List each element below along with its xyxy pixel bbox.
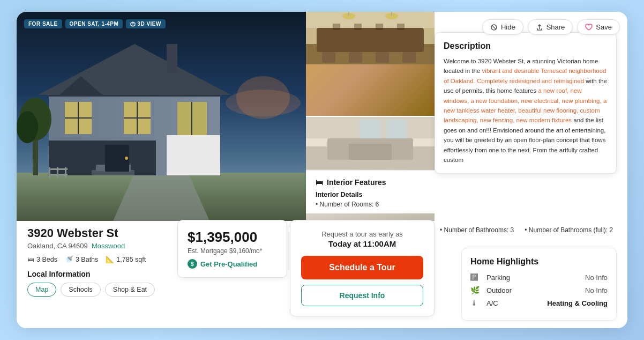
top-actions: Hide Share Save: [482, 19, 620, 35]
sqft-stat: 📐 1,785 sqft: [106, 255, 146, 263]
tour-card: Request a tour as early as Today at 11:0…: [290, 220, 435, 316]
cube-icon: [130, 21, 136, 27]
svg-rect-47: [322, 52, 335, 63]
view-3d-badge: 3D VIEW: [126, 19, 166, 28]
beds-stat: 🛏 3 Beds: [27, 255, 57, 263]
property-address: 3920 Webster St: [27, 226, 177, 240]
schools-tag[interactable]: Schools: [61, 283, 100, 297]
description-panel: Description Welcome to 3920 Webster St, …: [435, 32, 617, 174]
highlights-title: Home Highlights: [470, 257, 608, 267]
interior-room-photo: [306, 117, 435, 169]
property-card: FOR SALE OPEN SAT, 1-4PM 3D VIEW: [17, 12, 627, 328]
svg-point-20: [125, 157, 128, 160]
interior-details-subtitle: Interior Details: [316, 191, 553, 198]
rooms-count: • Number of Rooms: 6: [316, 201, 553, 208]
local-tags: Map Schools Shop & Eat: [27, 283, 177, 297]
house-photo: [17, 12, 306, 221]
svg-rect-30: [49, 168, 68, 170]
svg-rect-49: [376, 52, 389, 63]
heart-icon: [585, 24, 593, 31]
parking-label: Parking: [486, 274, 585, 282]
svg-rect-54: [349, 144, 392, 160]
svg-rect-31: [49, 174, 68, 175]
bed-stat-icon: 🛏: [27, 255, 34, 263]
share-icon: [536, 24, 543, 31]
dining-photo: [306, 12, 435, 64]
mortgage-estimate: Est. Mortgage $9,160/mo*: [188, 247, 277, 255]
svg-rect-42: [306, 12, 435, 28]
open-house-badge: OPEN SAT, 1-4PM: [65, 19, 123, 28]
map-tag[interactable]: Map: [27, 283, 56, 297]
interior-features-section: 🛏 Interior Features Interior Details • N…: [306, 170, 563, 213]
hide-button[interactable]: Hide: [482, 19, 523, 35]
description-text: Welcome to 3920 Webster St, a stunning V…: [444, 56, 608, 165]
description-title: Description: [444, 41, 608, 51]
svg-point-26: [226, 90, 301, 116]
tour-request-text: Request a tour as early as: [301, 230, 423, 238]
svg-rect-7: [167, 44, 177, 73]
sqft-stat-icon: 📐: [106, 255, 114, 263]
home-highlights-card: Home Highlights 🅿 Parking No Info 🌿 Outd…: [461, 248, 617, 321]
outdoor-highlight: 🌿 Outdoor No Info: [470, 286, 608, 294]
bathroom-info: • Number of Bathrooms: 3 • Number of Bat…: [440, 226, 613, 234]
for-sale-badge: FOR SALE: [24, 19, 62, 28]
neighborhood-link[interactable]: Mosswood: [92, 242, 125, 250]
ac-icon: 🌡: [470, 299, 482, 307]
outdoor-label: Outdoor: [486, 286, 585, 294]
bathrooms-count: • Number of Bathrooms: 3: [440, 226, 514, 234]
bed-icon: 🛏: [316, 178, 323, 187]
ac-highlight: 🌡 A/C Heating & Cooling: [470, 299, 608, 307]
tour-time: Today at 11:00AM: [301, 239, 423, 248]
svg-rect-50: [402, 52, 416, 63]
parking-value: No Info: [585, 274, 608, 282]
svg-rect-48: [349, 52, 362, 63]
dollar-icon: $: [188, 259, 197, 269]
property-stats: 🛏 3 Beds 🚿 3 Baths 📐 1,785 sqft: [27, 255, 177, 263]
local-info-label: Local Information: [27, 270, 177, 278]
main-photo-area: FOR SALE OPEN SAT, 1-4PM 3D VIEW: [17, 12, 306, 221]
parking-icon: 🅿: [470, 273, 482, 282]
svg-line-59: [492, 25, 496, 29]
svg-rect-56: [360, 120, 381, 138]
hide-icon: [490, 24, 498, 31]
parking-highlight: 🅿 Parking No Info: [470, 273, 608, 282]
share-button[interactable]: Share: [528, 19, 573, 35]
svg-rect-57: [386, 120, 408, 138]
ac-label: A/C: [486, 299, 547, 307]
svg-rect-21: [167, 135, 220, 175]
outdoor-icon: 🌿: [470, 286, 482, 294]
shop-eat-tag[interactable]: Shop & Eat: [105, 283, 155, 297]
ac-value: Heating & Cooling: [547, 299, 608, 307]
bathrooms-full-count: • Number of Bathrooms (full): 2: [525, 226, 613, 234]
svg-point-24: [17, 111, 38, 143]
pricing-card: $1,395,000 Est. Mortgage $9,160/mo* $ Ge…: [177, 220, 287, 278]
schedule-tour-button[interactable]: Schedule a Tour: [301, 256, 423, 279]
save-button[interactable]: Save: [577, 19, 620, 35]
interior-photo-1: [306, 12, 435, 117]
baths-stat: 🚿 3 Baths: [65, 255, 98, 263]
pre-qualify-link[interactable]: $ Get Pre-Qualified: [188, 259, 277, 269]
svg-rect-37: [317, 28, 424, 52]
bath-stat-icon: 🚿: [65, 255, 73, 263]
outdoor-value: No Info: [585, 286, 608, 294]
request-info-button[interactable]: Request Info: [301, 285, 423, 306]
price-main: $1,395,000: [188, 229, 277, 246]
house-illustration: [17, 12, 306, 221]
property-info: 3920 Webster St Oakland, CA 94609 Mosswo…: [27, 226, 177, 297]
photo-badges: FOR SALE OPEN SAT, 1-4PM 3D VIEW: [24, 19, 166, 28]
property-location: Oakland, CA 94609 Mosswood: [27, 242, 177, 250]
interior-features-title: 🛏 Interior Features: [316, 178, 553, 187]
